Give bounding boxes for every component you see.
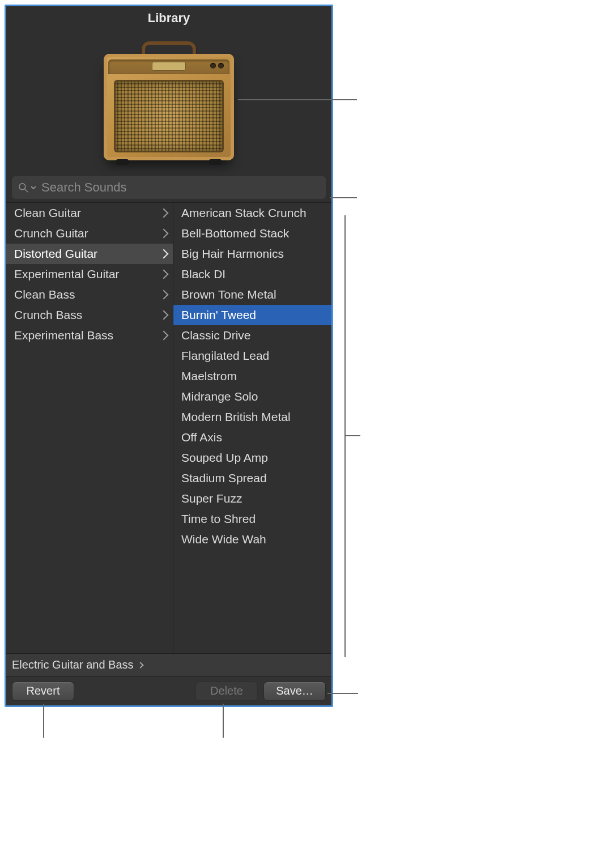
- library-header: Library: [6, 6, 331, 176]
- search-input[interactable]: [41, 180, 320, 195]
- category-label: Experimental Guitar: [14, 267, 157, 281]
- library-panel: Library: [5, 5, 333, 707]
- callout-line: [330, 197, 357, 198]
- category-row[interactable]: Clean Guitar: [6, 203, 173, 223]
- category-label: Clean Guitar: [14, 206, 157, 220]
- patch-label: Off Axis: [181, 431, 326, 444]
- patch-label: Burnin' Tweed: [181, 308, 326, 322]
- search-field[interactable]: [12, 176, 326, 199]
- patch-label: Wide Wide Wah: [181, 533, 326, 546]
- patch-label: Black DI: [181, 267, 326, 281]
- category-row[interactable]: Experimental Guitar: [6, 264, 173, 284]
- patch-label: Midrange Solo: [181, 390, 326, 403]
- patch-row[interactable]: Time to Shred: [173, 509, 331, 529]
- patch-row[interactable]: Super Fuzz: [173, 488, 331, 509]
- patch-row[interactable]: Classic Drive: [173, 325, 331, 346]
- category-row[interactable]: Clean Bass: [6, 284, 173, 305]
- patch-label: Maelstrom: [181, 369, 326, 383]
- save-button[interactable]: Save…: [263, 682, 326, 701]
- patch-row[interactable]: Maelstrom: [173, 366, 331, 386]
- patch-label: American Stack Crunch: [181, 206, 326, 220]
- revert-button[interactable]: Revert: [12, 682, 74, 701]
- search-icon: [18, 182, 29, 193]
- category-row[interactable]: Experimental Bass: [6, 325, 173, 346]
- patch-row[interactable]: Big Hair Harmonics: [173, 244, 331, 264]
- patch-label: Time to Shred: [181, 512, 326, 526]
- breadcrumb[interactable]: Electric Guitar and Bass: [6, 653, 331, 676]
- patch-row[interactable]: Burnin' Tweed: [173, 305, 331, 325]
- category-row[interactable]: Crunch Bass: [6, 305, 173, 325]
- callout-line: [238, 99, 357, 100]
- patch-row[interactable]: Souped Up Amp: [173, 448, 331, 468]
- patch-label: Super Fuzz: [181, 492, 326, 505]
- patch-label: Stadium Spread: [181, 471, 326, 485]
- category-label: Clean Bass: [14, 288, 157, 301]
- chevron-right-icon: [137, 662, 143, 668]
- patch-row[interactable]: Off Axis: [173, 427, 331, 448]
- patch-label: Modern British Metal: [181, 410, 326, 424]
- chevron-down-icon[interactable]: [30, 184, 37, 191]
- category-row[interactable]: Distorted Guitar: [6, 244, 173, 264]
- category-label: Experimental Bass: [14, 329, 157, 342]
- callout-line: [344, 435, 360, 436]
- patch-row[interactable]: Black DI: [173, 264, 331, 284]
- category-column[interactable]: Clean GuitarCrunch GuitarDistorted Guita…: [6, 203, 173, 653]
- svg-line-1: [25, 189, 28, 192]
- patch-row[interactable]: Stadium Spread: [173, 468, 331, 488]
- breadcrumb-item[interactable]: Electric Guitar and Bass: [12, 658, 134, 671]
- callout-line: [223, 704, 224, 738]
- delete-button: Delete: [195, 682, 258, 701]
- patch-label: Classic Drive: [181, 329, 326, 342]
- category-label: Crunch Bass: [14, 308, 157, 322]
- amp-illustration: [104, 41, 234, 160]
- category-label: Distorted Guitar: [14, 247, 157, 261]
- patch-column[interactable]: American Stack CrunchBell-Bottomed Stack…: [173, 203, 331, 653]
- patch-label: Big Hair Harmonics: [181, 247, 326, 261]
- patch-preview: [6, 25, 331, 176]
- callout-line: [327, 693, 358, 694]
- patch-row[interactable]: Bell-Bottomed Stack: [173, 223, 331, 244]
- patch-row[interactable]: Wide Wide Wah: [173, 529, 331, 550]
- patch-label: Bell-Bottomed Stack: [181, 227, 326, 240]
- patch-label: Brown Tone Metal: [181, 288, 326, 301]
- patch-row[interactable]: Modern British Metal: [173, 407, 331, 427]
- category-row[interactable]: Crunch Guitar: [6, 223, 173, 244]
- patch-row[interactable]: Midrange Solo: [173, 386, 331, 407]
- patch-row[interactable]: Flangilated Lead: [173, 346, 331, 366]
- patch-row[interactable]: Brown Tone Metal: [173, 284, 331, 305]
- patch-label: Souped Up Amp: [181, 451, 326, 465]
- category-label: Crunch Guitar: [14, 227, 157, 240]
- library-footer: Revert Delete Save…: [6, 676, 331, 705]
- library-browser: Clean GuitarCrunch GuitarDistorted Guita…: [6, 202, 331, 653]
- patch-row[interactable]: American Stack Crunch: [173, 203, 331, 223]
- callout-line: [43, 704, 44, 738]
- patch-label: Flangilated Lead: [181, 349, 326, 363]
- library-title: Library: [148, 11, 190, 25]
- callout-line: [344, 215, 346, 657]
